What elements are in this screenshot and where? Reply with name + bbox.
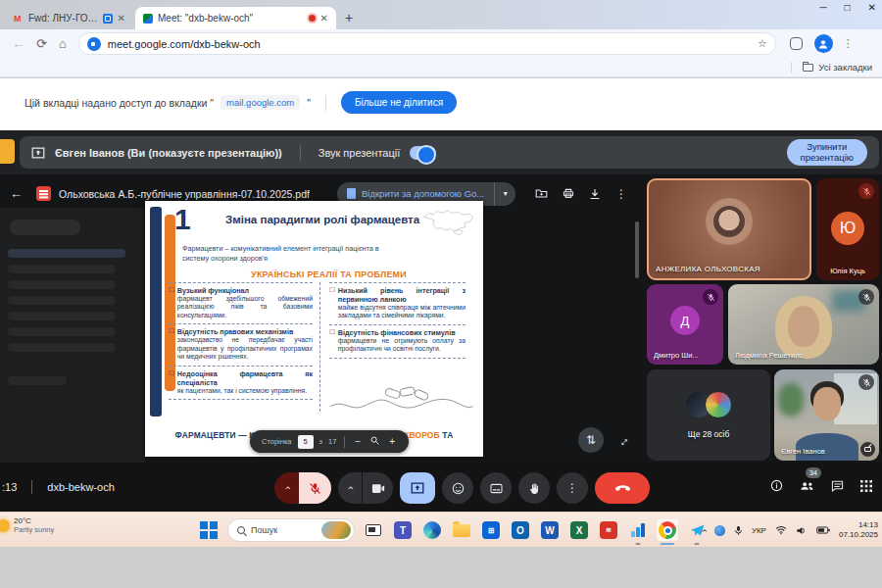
page-number-input[interactable] (298, 435, 314, 449)
tab-shared-icon (103, 14, 113, 24)
volume-icon[interactable] (796, 525, 808, 536)
presentation-sound-toggle[interactable] (410, 146, 436, 160)
fit-to-page-button[interactable]: ⇅ (578, 427, 604, 453)
slide-title: Зміна парадигми ролі фармацевта (225, 214, 421, 226)
chat-panel-icon[interactable] (831, 478, 844, 496)
checkbox-bullet-icon: ☐ (329, 328, 335, 354)
pdf-more-icon[interactable]: ⋮ (615, 187, 627, 201)
participant-tile[interactable]: Ю Юлія Куць (816, 178, 879, 280)
tab-gmail[interactable]: M Fwd: ЛНУ-ГОСТЬОВА ЛЕК ✕ (6, 7, 133, 29)
close-tab-icon[interactable]: ✕ (118, 13, 125, 24)
of-word: з (319, 437, 322, 446)
word-icon[interactable]: W (539, 519, 561, 541)
back-icon[interactable]: ← (12, 36, 24, 51)
camera-button[interactable] (363, 472, 393, 504)
reactions-button[interactable] (442, 472, 473, 504)
close-tab-icon[interactable]: ✕ (320, 13, 328, 24)
meeting-code: dxb-bekw-och (47, 481, 114, 493)
search-box[interactable]: Пошук (227, 518, 355, 542)
maximize-button[interactable]: □ (845, 2, 851, 13)
browser-menu-icon[interactable]: ⋮ (843, 37, 854, 50)
wifi-icon[interactable] (775, 525, 787, 535)
reload-icon[interactable]: ⟳ (36, 36, 47, 51)
profile-avatar[interactable] (814, 34, 833, 53)
banner-text: Цій вкладці надано доступ до вкладки " (24, 97, 214, 109)
tray-mic-icon[interactable] (734, 525, 743, 536)
stop-sharing-button[interactable]: Більше не ділитися (341, 91, 457, 114)
browser-frame: M Fwd: ЛНУ-ГОСТЬОВА ЛЕК ✕ Meet: "dxb-bek… (0, 0, 882, 29)
battery-icon[interactable] (816, 526, 830, 534)
language-indicator[interactable]: УКР (752, 526, 766, 535)
zoom-in-button[interactable]: + (387, 436, 397, 447)
mic-mute-button[interactable] (299, 472, 331, 504)
teams-icon[interactable]: T (392, 519, 414, 541)
call-controls: › › ⋮ (274, 472, 650, 504)
raise-hand-button[interactable] (518, 472, 550, 504)
participant-name: Юлія Куць (830, 267, 865, 275)
participant-tile-self-video[interactable]: Євген Іванов (774, 369, 879, 461)
person-face (813, 387, 841, 420)
all-bookmarks-button[interactable]: Усі закладки (818, 62, 872, 73)
weather-widget[interactable]: 20°C Partly sunny (2, 516, 54, 534)
start-button[interactable] (198, 519, 220, 541)
camera-options-button[interactable]: › (338, 472, 363, 504)
screen: M Fwd: ЛНУ-ГОСТЬОВА ЛЕК ✕ Meet: "dxb-bek… (0, 0, 882, 588)
weather-condition: Partly sunny (14, 526, 54, 534)
bookmark-star-icon[interactable]: ☆ (758, 37, 767, 50)
edge-icon[interactable] (421, 519, 443, 541)
pdf-preview-overlay: ← Ольховська А.Б.-публічне управління-07… (0, 174, 882, 463)
slide-left-column: ☐ Вузький функціоналфармацевт здебільшог… (167, 282, 319, 412)
checkbox-bullet-icon: ☐ (169, 286, 174, 319)
participant-tile-speaking[interactable]: АНЖЕЛИКА ОЛЬХОВСКАЯ (647, 178, 811, 280)
outlook-icon[interactable]: O (510, 519, 531, 541)
tab-meet[interactable]: Meet: "dxb-bekw-och" ✕ (135, 7, 336, 29)
participant-tile[interactable]: Д Дмитро Ши... (647, 284, 723, 365)
new-tab-button[interactable]: + (345, 10, 353, 25)
stop-presentation-button[interactable]: Зупинити презентацію (787, 139, 868, 167)
end-call-button[interactable] (595, 472, 650, 504)
more-participants-tile[interactable]: Ще 28 осіб (647, 369, 770, 461)
close-window-button[interactable]: ✕ (868, 2, 876, 13)
pdf-app-icon[interactable]: ≋ (598, 519, 619, 541)
excel-icon[interactable]: X (568, 519, 590, 541)
checkbox-bullet-icon: ☐ (169, 369, 174, 395)
tray-overflow-icon[interactable]: › (699, 528, 710, 531)
taskbar-center: Пошук T ⊞ O W X ≋ (198, 517, 708, 543)
presenting-bar: Євген Іванов (Ви (показуєте презентацію)… (20, 136, 879, 169)
meeting-details-icon[interactable] (770, 478, 783, 496)
tray-app-icon[interactable] (714, 525, 725, 536)
back-icon[interactable]: ← (10, 186, 23, 201)
open-with-dropdown[interactable]: ▼ (494, 182, 515, 206)
more-options-button[interactable]: ⋮ (557, 472, 588, 504)
home-icon[interactable]: ⌂ (59, 36, 67, 51)
file-explorer-icon[interactable] (451, 519, 472, 541)
checkbox-bullet-icon: ☐ (329, 286, 335, 320)
add-to-drive-icon[interactable] (535, 188, 548, 199)
present-now-button[interactable] (400, 472, 435, 504)
microsoft-store-icon[interactable]: ⊞ (480, 519, 502, 541)
zoom-tool-icon[interactable] (368, 436, 381, 447)
task-view-icon[interactable] (363, 519, 384, 541)
pdf-scrollbar[interactable] (635, 221, 639, 278)
mic-control: › (274, 472, 331, 504)
print-icon[interactable] (563, 188, 574, 199)
url-bar[interactable]: meet.google.com/dxb-bekw-och ☆ (78, 32, 776, 55)
activities-grid-icon[interactable] (860, 478, 872, 496)
participant-name: Людмила Решетило (735, 351, 804, 360)
zoom-out-button[interactable]: − (353, 436, 363, 447)
minimize-button[interactable]: ─ (819, 2, 826, 13)
search-highlight-image[interactable] (321, 521, 351, 539)
chrome-icon[interactable] (657, 519, 678, 541)
mic-options-button[interactable]: › (274, 472, 299, 504)
stats-app-icon[interactable] (627, 519, 649, 541)
participant-tile-video[interactable]: Людмила Решетило (728, 284, 879, 365)
fullscreen-icon[interactable]: ↔ (610, 427, 634, 452)
captions-button[interactable] (480, 472, 512, 504)
tab-group-icon[interactable] (790, 37, 803, 50)
divider (344, 436, 345, 448)
divider (31, 480, 32, 494)
clock[interactable]: 14:13 07.10.2025 (839, 520, 878, 541)
people-panel-icon[interactable]: 34 (800, 478, 814, 496)
meeting-time: :13 (2, 481, 17, 493)
download-icon[interactable] (589, 188, 601, 200)
